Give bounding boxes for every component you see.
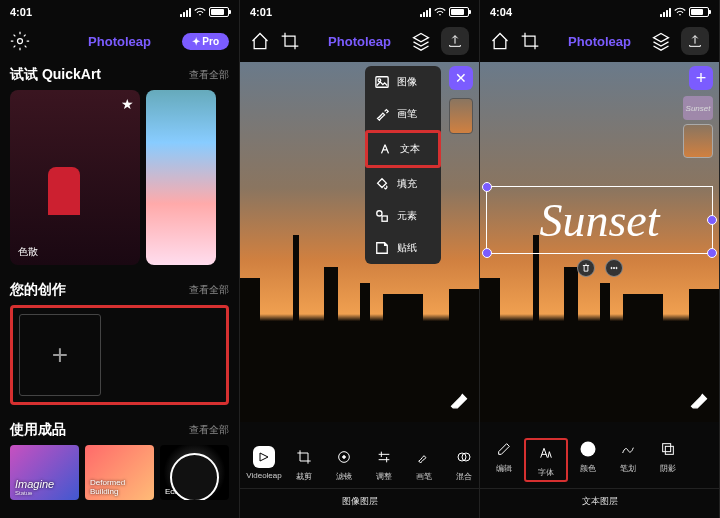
tool-adjust[interactable]: 调整	[364, 446, 404, 482]
share-icon[interactable]	[441, 27, 469, 55]
eraser-icon[interactable]	[447, 390, 471, 414]
tool-filter[interactable]: 滤镜	[324, 446, 364, 482]
templates-title: 使用成品	[10, 421, 66, 439]
delete-icon[interactable]	[577, 259, 595, 277]
text-toolbar: 编辑 字体 颜色 笔划 阴影 文本图层	[480, 432, 719, 518]
fill-icon	[375, 177, 389, 191]
layer-type-label: 图像图层	[240, 488, 479, 518]
status-bar: 4:04	[480, 0, 719, 24]
selection-handle[interactable]	[482, 248, 492, 258]
menu-item-fill[interactable]: 填充	[365, 168, 441, 200]
quickart-title: 试试 QuickArt	[10, 66, 101, 84]
status-icons	[420, 7, 469, 17]
svg-point-3	[377, 211, 382, 216]
svg-rect-4	[382, 216, 387, 221]
sticker-icon	[375, 241, 389, 255]
status-time: 4:01	[250, 6, 272, 18]
card-label: 色散	[18, 245, 38, 259]
tool-color[interactable]: 颜色	[568, 438, 608, 482]
layer-thumbnail[interactable]	[449, 98, 473, 134]
tool-brush[interactable]: 画笔	[404, 446, 444, 482]
screen-3-text-edit: 4:04 Photoleap + Sunset Sun	[480, 0, 720, 518]
tool-font[interactable]: 字体	[524, 438, 568, 482]
toolbar: Videoleap 裁剪 滤镜 调整 画笔 混合 图像图层	[240, 440, 479, 518]
add-layer-menu: 图像 画笔 文本 填充 元素 贴纸	[365, 66, 441, 264]
canvas[interactable]: 图像 画笔 文本 填充 元素 贴纸 ✕	[240, 62, 479, 422]
home-icon[interactable]	[490, 31, 510, 51]
template-card[interactable]: Deformed Building	[85, 445, 154, 500]
menu-item-sticker[interactable]: 贴纸	[365, 232, 441, 264]
see-all[interactable]: 查看全部	[189, 68, 229, 82]
crop-icon[interactable]	[280, 31, 300, 51]
home-header: Photoleap ✦ Pro	[0, 24, 239, 58]
tool-edit[interactable]: 编辑	[484, 438, 524, 482]
more-icon[interactable]	[605, 259, 623, 277]
canvas[interactable]: + Sunset Sunset	[480, 62, 719, 422]
menu-item-text[interactable]: 文本	[365, 130, 441, 168]
app-title: Photoleap	[88, 34, 151, 49]
tool-blend[interactable]: 混合	[444, 446, 479, 482]
status-icons	[180, 7, 229, 17]
editor-header: Photoleap	[480, 24, 719, 58]
screen-2-add-menu: 4:01 Photoleap	[240, 0, 480, 518]
text-selection-box[interactable]: Sunset	[486, 186, 713, 254]
svg-rect-14	[665, 446, 673, 454]
new-project-button[interactable]: +	[19, 314, 101, 396]
editor-header: Photoleap	[240, 24, 479, 58]
canvas-text[interactable]: Sunset	[539, 194, 659, 247]
text-icon	[378, 142, 392, 156]
svg-point-6	[343, 456, 346, 459]
see-all[interactable]: 查看全部	[189, 423, 229, 437]
creations-highlight: +	[10, 305, 229, 405]
layer-thumbnail[interactable]	[683, 124, 713, 158]
share-icon[interactable]	[681, 27, 709, 55]
brush-icon	[375, 107, 389, 121]
svg-point-10	[613, 267, 614, 268]
svg-rect-1	[376, 77, 388, 88]
star-icon[interactable]: ★	[121, 96, 134, 112]
text-layer-thumb[interactable]: Sunset	[683, 96, 713, 120]
quickart-card[interactable]	[146, 90, 216, 265]
svg-point-9	[610, 267, 611, 268]
template-card[interactable]: Eclipse	[160, 445, 229, 500]
tool-shadow[interactable]: 阴影	[648, 438, 688, 482]
tool-stroke[interactable]: 笔划	[608, 438, 648, 482]
layer-type-label: 文本图层	[480, 488, 719, 518]
layers-icon[interactable]	[651, 31, 671, 51]
menu-item-image[interactable]: 图像	[365, 66, 441, 98]
selection-handle[interactable]	[707, 215, 717, 225]
eraser-icon[interactable]	[687, 390, 711, 414]
svg-rect-13	[663, 444, 671, 452]
app-title: Photoleap	[568, 34, 631, 49]
menu-item-element[interactable]: 元素	[365, 200, 441, 232]
add-layer-button[interactable]: +	[689, 66, 713, 90]
pro-button[interactable]: ✦ Pro	[182, 33, 229, 50]
tool-videoleap[interactable]: Videoleap	[244, 446, 284, 482]
home-icon[interactable]	[250, 31, 270, 51]
menu-item-brush[interactable]: 画笔	[365, 98, 441, 130]
see-all[interactable]: 查看全部	[189, 283, 229, 297]
layers-icon[interactable]	[411, 31, 431, 51]
settings-icon[interactable]	[10, 31, 30, 51]
status-time: 4:01	[10, 6, 32, 18]
status-time: 4:04	[490, 6, 512, 18]
svg-point-11	[615, 267, 616, 268]
selection-handle[interactable]	[707, 248, 717, 258]
quickart-card[interactable]: ★ 色散	[10, 90, 140, 265]
status-bar: 4:01	[240, 0, 479, 24]
screen-1-home: 4:01 Photoleap ✦ Pro 试试 QuickArt 查看全部 ★ …	[0, 0, 240, 518]
svg-point-12	[581, 442, 596, 457]
app-title: Photoleap	[328, 34, 391, 49]
crop-icon[interactable]	[520, 31, 540, 51]
selection-handle[interactable]	[482, 182, 492, 192]
image-icon	[375, 75, 389, 89]
tool-crop[interactable]: 裁剪	[284, 446, 324, 482]
status-icons	[660, 7, 709, 17]
close-menu-button[interactable]: ✕	[449, 66, 473, 90]
creations-title: 您的创作	[10, 281, 66, 299]
svg-point-0	[18, 39, 23, 44]
template-card[interactable]: ImagineStatue	[10, 445, 79, 500]
element-icon	[375, 209, 389, 223]
status-bar: 4:01	[0, 0, 239, 24]
